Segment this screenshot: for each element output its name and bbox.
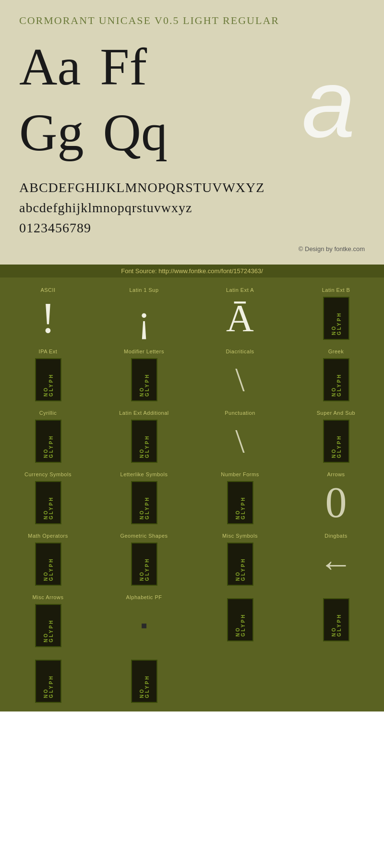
font-source-bar: Font Source: http://www.fontke.com/font/… xyxy=(0,265,384,277)
no-glyph-badge-greek: NO GLYPH xyxy=(323,358,349,401)
glyph-display-modletters: NO GLYPH xyxy=(131,358,157,401)
glyph-cell-latinextb: Latin Ext B NO GLYPH xyxy=(288,282,384,344)
no-glyph-badge-modletters: NO GLYPH xyxy=(131,358,157,401)
glyph-cell-miscsymbols2: NO GLYPH xyxy=(192,590,288,651)
no-glyph-badge-miscsymbols2: NO GLYPH xyxy=(227,598,253,641)
no-glyph-text13: NO GLYPH xyxy=(235,547,245,581)
glyph-display-alphabeticpf: ▪ xyxy=(141,604,147,647)
cell-label-latinextadd: Latin Ext Additional xyxy=(119,410,169,416)
glyph-display-currency: NO GLYPH xyxy=(35,481,61,524)
no-glyph-badge-miscarrows: NO GLYPH xyxy=(35,604,61,647)
glyph-display-cyrillic: NO GLYPH xyxy=(35,420,61,463)
glyph-cell-modletters: Modifier Letters NO GLYPH xyxy=(96,344,192,405)
no-glyph-text12: NO GLYPH xyxy=(139,547,149,581)
glyph-cell-numberforms: Number Forms NO GLYPH xyxy=(192,467,288,528)
cell-label-ascii: ASCII xyxy=(40,287,55,293)
no-glyph-text10: NO GLYPH xyxy=(235,486,245,519)
glyph-cell-superandsub: Super And Sub NO GLYPH xyxy=(288,405,384,467)
cell-label-latinextb: Latin Ext B xyxy=(322,287,350,293)
no-glyph-text18: NO GLYPH xyxy=(139,664,149,698)
no-glyph-badge-mathops: NO GLYPH xyxy=(35,542,61,586)
glyph-display-ascii: ! xyxy=(41,297,55,340)
glyph-display-miscsymbols: NO GLYPH xyxy=(227,542,253,586)
glyph-display-arrows: 0 xyxy=(325,481,347,524)
glyph-a-italic: a xyxy=(302,56,355,152)
glyph-cell-dingbats: Dingbats ← xyxy=(288,528,384,590)
no-glyph-badge-ipaext: NO GLYPH xyxy=(35,358,61,401)
glyph-cell-letterlike: Letterlike Symbols NO GLYPH xyxy=(96,467,192,528)
glyph-cell-empty1: NO GLYPH xyxy=(288,590,384,651)
glyph-cell-greek: Greek NO GLYPH xyxy=(288,344,384,405)
glyph-cell-punctuation: Punctuation \ xyxy=(192,405,288,467)
glyph-char-zero: 0 xyxy=(325,481,347,524)
cell-label-cyrillic: Cyrillic xyxy=(39,410,57,416)
alphabet-lowercase: abcdefghijklmnopqrstuvwxyz xyxy=(19,198,365,218)
glyph-char-abar: Ā xyxy=(226,299,254,338)
no-glyph-badge-miscsymbols: NO GLYPH xyxy=(227,542,253,586)
glyph-display-latinexta: Ā xyxy=(226,297,254,340)
no-glyph-badge-latinextb: NO GLYPH xyxy=(323,297,349,340)
glyph-gg: Gg xyxy=(19,102,84,163)
cell-label-alphabeticpf: Alphabetic PF xyxy=(126,594,162,600)
glyph-display-superandsub: NO GLYPH xyxy=(323,420,349,463)
no-glyph-text6: NO GLYPH xyxy=(139,424,149,458)
glyph-display-ipaext: NO GLYPH xyxy=(35,358,61,401)
cell-label-diacriticals: Diacriticals xyxy=(226,349,254,354)
no-glyph-text3: NO GLYPH xyxy=(139,363,149,397)
glyph-display-numberforms: NO GLYPH xyxy=(227,481,253,524)
no-glyph-text17: NO GLYPH xyxy=(43,664,53,698)
glyph-grid: ASCII ! Latin 1 Sup ¡ Latin Ext A Ā Lati… xyxy=(0,277,384,711)
glyph-display-geoshapes: NO GLYPH xyxy=(131,542,157,586)
glyph-cell-geoshapes: Geometric Shapes NO GLYPH xyxy=(96,528,192,590)
cell-label-letterlike: Letterlike Symbols xyxy=(120,471,168,477)
cell-label-currency: Currency Symbols xyxy=(24,471,72,477)
no-glyph-text4: NO GLYPH xyxy=(331,363,341,397)
cell-label-ipaext: IPA Ext xyxy=(39,349,58,354)
glyph-cell-arrows: Arrows 0 xyxy=(288,467,384,528)
no-glyph-text16: NO GLYPH xyxy=(331,603,341,637)
glyph-cell-extra3 xyxy=(192,651,288,707)
glyph-char-smallsq: ▪ xyxy=(141,616,147,635)
cell-label-superandsub: Super And Sub xyxy=(317,410,356,416)
no-glyph-text14: NO GLYPH xyxy=(43,609,53,642)
glyph-cell-cyrillic: Cyrillic NO GLYPH xyxy=(0,405,96,467)
no-glyph-badge-letterlike: NO GLYPH xyxy=(131,481,157,524)
glyph-qq: Qq xyxy=(103,102,167,163)
glyph-cell-ipaext: IPA Ext NO GLYPH xyxy=(0,344,96,405)
glyph-cell-latinexta: Latin Ext A Ā xyxy=(192,282,288,344)
glyph-display-latinextadd: NO GLYPH xyxy=(131,420,157,463)
glyph-catalog-section: Font Source: http://www.fontke.com/font/… xyxy=(0,265,384,711)
cell-label-geoshapes: Geometric Shapes xyxy=(120,533,168,539)
glyph-display-punctuation: \ xyxy=(235,420,244,463)
no-glyph-badge-currency: NO GLYPH xyxy=(35,481,61,524)
cell-label-miscarrows: Misc Arrows xyxy=(33,594,64,600)
glyph-char-diacriticals: \ xyxy=(235,363,244,397)
glyph-display-latin1sup: ¡ xyxy=(138,297,151,340)
cell-label-latin1sup: Latin 1 Sup xyxy=(129,287,158,293)
no-glyph-text8: NO GLYPH xyxy=(43,486,53,519)
alphabet-section: ABCDEFGHIJKLMNOPQRSTUVWXYZ abcdefghijklm… xyxy=(19,173,365,241)
glyph-char-arrow: ← xyxy=(319,547,353,581)
no-glyph-text5: NO GLYPH xyxy=(43,424,53,458)
glyph-display-diacriticals: \ xyxy=(235,358,244,401)
glyph-display-greek: NO GLYPH xyxy=(323,358,349,401)
glyph-cell-mathops: Math Operators NO GLYPH xyxy=(0,528,96,590)
glyph-display-letterlike: NO GLYPH xyxy=(131,481,157,524)
glyph-cell-latinextadd: Latin Ext Additional NO GLYPH xyxy=(96,405,192,467)
glyph-display-dingbats: ← xyxy=(319,542,353,586)
glyph-cell-extra1: NO GLYPH xyxy=(0,651,96,707)
glyph-cell-alphabeticpf: Alphabetic PF ▪ xyxy=(96,590,192,651)
cell-label-arrows: Arrows xyxy=(327,471,345,477)
no-glyph-badge-geoshapes: NO GLYPH xyxy=(131,542,157,586)
glyph-display-mathops: NO GLYPH xyxy=(35,542,61,586)
no-glyph-text11: NO GLYPH xyxy=(43,547,53,581)
cell-label-miscsymbols: Misc Symbols xyxy=(222,533,258,539)
glyph-display-extra2: NO GLYPH xyxy=(131,660,157,703)
no-glyph-text9: NO GLYPH xyxy=(139,486,149,519)
font-title: Cormorant Unicase v0.5 Light Regular xyxy=(19,14,365,27)
no-glyph-badge-latinextadd: NO GLYPH xyxy=(131,420,157,463)
no-glyph-text15: NO GLYPH xyxy=(235,603,245,637)
no-glyph-text: NO GLYPH xyxy=(331,301,341,335)
font-preview-section: Cormorant Unicase v0.5 Light Regular Aa … xyxy=(0,0,384,265)
no-glyph-badge-numberforms: NO GLYPH xyxy=(227,481,253,524)
